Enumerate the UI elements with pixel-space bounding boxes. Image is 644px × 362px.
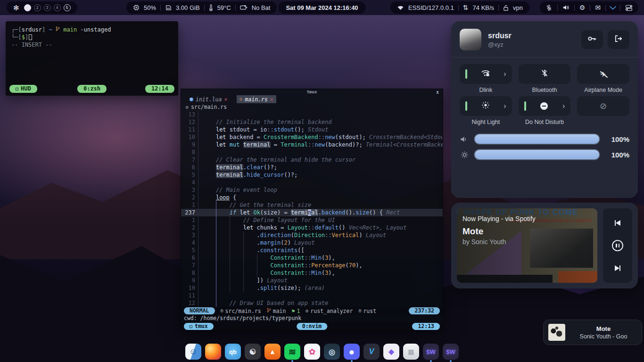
divider [204, 5, 205, 11]
workspace-5[interactable]: 5 [64, 4, 71, 11]
code-line: 4 .margin(2) Layout [181, 239, 443, 247]
dock-vlc[interactable]: ▲ [264, 344, 281, 360]
tmux-editor-window[interactable]: tmux x init.lua × ⚙ main.rs × ⚙ src/main… [181, 89, 443, 330]
tile-dlink[interactable]: › [460, 64, 512, 84]
brightness-slider[interactable] [475, 150, 599, 159]
workspace-4[interactable]: 4 [54, 4, 61, 11]
dock-obs[interactable]: ☯ [245, 344, 261, 360]
battery-status: No Bat [252, 4, 271, 11]
divider [557, 5, 558, 11]
rust-file-icon: ® [221, 308, 223, 313]
dock-qbittorrent[interactable]: qb [225, 344, 241, 360]
dock-trash[interactable]: ▤ [403, 344, 419, 360]
code-line: 11 let stdout = io::stdout(); Stdout [181, 126, 443, 133]
spotify-icon: ≋ [289, 346, 296, 357]
tile-slash-circle[interactable]: ⊘ [577, 96, 629, 116]
trash-icon: ▤ [408, 348, 414, 355]
indent-guide [257, 254, 257, 262]
tab-init-lua[interactable]: init.lua × [187, 95, 230, 103]
code-line: 1 // Define layout for the UI [181, 216, 443, 224]
typerpunk-icon: $W [446, 348, 455, 355]
line-number: 11 [181, 126, 195, 133]
close-button[interactable]: x [436, 89, 439, 95]
file-manager-icon: ☺ [189, 347, 198, 357]
volume-icon[interactable] [562, 4, 570, 11]
tile-airplane-mode[interactable]: ✈ [577, 64, 629, 84]
chevron-right-icon[interactable]: › [504, 70, 506, 78]
hud-terminal-window[interactable]: ┌─[srdusr] ~ main -unstaged └─[$] -- INS… [6, 21, 178, 96]
brightness-icon [460, 151, 469, 159]
workspace-2[interactable]: 2 [34, 4, 41, 11]
next-track-button[interactable] [615, 265, 621, 271]
distro-logo-icon[interactable]: ✻ [13, 4, 19, 11]
tile-label: Bluetooth [519, 84, 571, 96]
dock-discord[interactable]: ☻ [344, 344, 360, 360]
code-line: 10 .split(size); (area) [181, 284, 443, 292]
tile-do-not-disturb[interactable]: › [519, 96, 571, 116]
tile-night-light[interactable]: › [460, 96, 512, 116]
clock-island[interactable]: Sat 09 Mar 2024 12:16:40 [278, 1, 365, 14]
line-number: 13 [181, 111, 195, 118]
mic-muted-icon[interactable] [545, 4, 553, 11]
pause-button[interactable] [612, 240, 623, 251]
chevron-right-icon[interactable]: › [504, 102, 506, 110]
divider [160, 5, 161, 11]
indent-guide [216, 277, 216, 284]
code-line: 5 terminal.hide_cursor()?; [181, 171, 443, 179]
dock-steam[interactable]: ◎ [324, 344, 340, 360]
notification-subtitle: Sonic Youth - Goo [570, 333, 637, 340]
previous-track-button[interactable] [615, 220, 621, 226]
track-artist: by Sonic Youth [462, 238, 593, 246]
close-tab-icon[interactable]: × [270, 96, 273, 103]
window-pill[interactable]: 0:nvim [297, 323, 328, 330]
diagnostic-flag: ⚑1 [291, 308, 300, 314]
indent-guide [243, 231, 244, 239]
settings-gear-icon[interactable]: ⚙ [579, 4, 586, 11]
close-tab-icon[interactable]: × [224, 96, 227, 103]
dock-typerpunk[interactable]: $W [443, 344, 459, 360]
divider [235, 5, 236, 11]
workspace-switcher: 2345 [24, 4, 71, 11]
workspace-1[interactable] [24, 4, 31, 11]
lua-file-icon [190, 98, 193, 101]
indent-guide [257, 269, 257, 277]
wifi-lock-icon [481, 69, 490, 79]
running-indicator [450, 360, 452, 362]
session-pill[interactable]: HUD [9, 85, 37, 93]
window-titlebar: tmux x [181, 89, 443, 95]
line-number: 2 [181, 194, 195, 201]
workspace-3[interactable]: 3 [44, 4, 51, 11]
mail-icon[interactable]: ✉ [595, 4, 601, 11]
obsidian-icon: ◆ [388, 347, 394, 356]
logout-button[interactable] [608, 30, 629, 49]
media-notification[interactable]: Mote Sonic Youth - Goo [543, 320, 642, 345]
volume-slider[interactable] [475, 134, 599, 144]
dock-spotify[interactable]: ≋ [284, 344, 300, 360]
chevron-down-icon[interactable] [611, 6, 615, 9]
tile-bluetooth[interactable] [519, 64, 571, 84]
indent-guide [230, 247, 230, 254]
dock-obsidian[interactable]: ◆ [383, 344, 399, 360]
code-line: 1 // Get the terminal size [181, 201, 443, 209]
line-number: 8 [181, 148, 195, 156]
code-editor[interactable]: 1312 // Initialize the terminal backend1… [181, 111, 443, 307]
line-number: 3 [181, 186, 195, 194]
volume-slider-row: 100% [460, 134, 629, 144]
lock-keys-button[interactable] [581, 30, 603, 49]
chevron-right-icon[interactable]: › [562, 102, 565, 110]
indent-guide [230, 239, 230, 247]
window-pill[interactable]: 0:zsh [77, 85, 107, 93]
session-pill[interactable]: tmux [184, 323, 214, 330]
toggles-icon[interactable] [625, 4, 633, 11]
dock-typerpunk[interactable]: $W [423, 344, 439, 360]
notification-text: Mote Sonic Youth - Goo [570, 325, 637, 340]
line-number: 7 [181, 262, 195, 269]
dock-file-manager[interactable]: ☺ [185, 344, 201, 360]
dock-photos[interactable]: ✿ [304, 344, 320, 360]
indent-guide [243, 254, 244, 262]
dock-firefox[interactable] [205, 344, 221, 360]
code-line: 7 Constraint::Percentage(70), [181, 262, 443, 269]
tab-main-rs[interactable]: ⚙ main.rs × [237, 95, 276, 103]
dock-vscode[interactable]: V [363, 344, 380, 360]
album-thumbnail [548, 324, 565, 341]
